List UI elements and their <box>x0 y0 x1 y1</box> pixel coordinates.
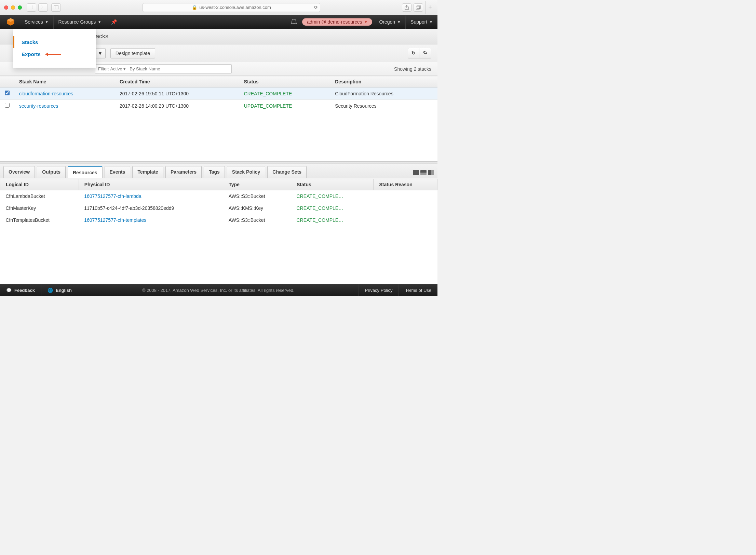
maximize-window[interactable] <box>18 5 22 10</box>
nav-services[interactable]: Services ▼ <box>20 15 54 29</box>
browser-chrome: 〈 〉 🔒 us-west-2.console.aws.amazon.com ⟳… <box>0 0 437 15</box>
sidebar-toggle[interactable] <box>51 3 61 12</box>
privacy-policy-link[interactable]: Privacy Policy <box>359 284 399 296</box>
annotation-arrow <box>46 54 61 55</box>
col-status-reason[interactable]: Status Reason <box>374 179 437 190</box>
pin-icon[interactable]: 📌 <box>106 19 122 25</box>
tab-outputs[interactable]: Outputs <box>37 166 66 178</box>
footer: 💬 Feedback 🌐 English © 2008 - 2017, Amaz… <box>0 284 437 296</box>
layout-full-icon[interactable] <box>413 170 419 175</box>
cell-created: 2017-02-26 14:00:29 UTC+1300 <box>115 100 239 112</box>
language-label: English <box>56 288 72 293</box>
cell-reason <box>374 214 437 226</box>
col-status[interactable]: Status <box>239 76 330 87</box>
tab-parameters[interactable]: Parameters <box>165 166 202 178</box>
tabs-button[interactable] <box>414 3 423 12</box>
tab-resources[interactable]: Resources <box>68 166 103 178</box>
svg-rect-4 <box>416 6 419 9</box>
col-logical-id[interactable]: Logical ID <box>0 179 79 190</box>
cell-reason <box>374 202 437 214</box>
cell-status: UPDATE_COMPLETE <box>239 100 330 112</box>
nav-resource-groups[interactable]: Resource Groups ▼ <box>54 15 107 29</box>
new-tab-button[interactable]: + <box>425 1 435 14</box>
globe-icon: 🌐 <box>48 288 53 293</box>
region-menu[interactable]: Oregon ▼ <box>374 15 406 29</box>
nav-resource-groups-label: Resource Groups <box>58 19 96 25</box>
stacks-table: Stack Name Created Time Status Descripti… <box>0 76 437 112</box>
lock-icon: 🔒 <box>192 5 197 10</box>
tab-overview[interactable]: Overview <box>3 166 35 178</box>
table-row[interactable]: cloudformation-resources 2017-02-26 19:5… <box>0 87 437 100</box>
resources-table: Logical ID Physical ID Type Status Statu… <box>0 179 437 226</box>
reload-icon[interactable]: ⟳ <box>314 5 318 10</box>
tab-stack-policy[interactable]: Stack Policy <box>227 166 266 178</box>
support-menu[interactable]: Support ▼ <box>406 15 437 29</box>
tab-tags[interactable]: Tags <box>204 166 225 178</box>
row-checkbox[interactable] <box>5 91 10 95</box>
table-row[interactable]: CfnLambdaBucket 160775127577-cfn-lambda … <box>0 190 437 202</box>
refresh-button[interactable]: ↻ <box>408 48 419 58</box>
tab-template[interactable]: Template <box>132 166 163 178</box>
dropdown-exports-label: Exports <box>22 51 41 57</box>
design-template-button[interactable]: Design template <box>110 48 155 58</box>
physical-id-link[interactable]: 160775127577-cfn-templates <box>84 217 146 223</box>
share-button[interactable] <box>402 3 411 12</box>
col-stack-name[interactable]: Stack Name <box>14 76 115 87</box>
chevron-down-icon: ▼ <box>45 20 49 24</box>
chevron-down-icon: ▼ <box>98 20 101 24</box>
layout-switcher[interactable] <box>413 170 434 178</box>
settings-button[interactable] <box>419 48 431 58</box>
url-text: us-west-2.console.aws.amazon.com <box>199 5 271 10</box>
actions-caret-button[interactable]: ▼ <box>95 48 106 58</box>
table-row[interactable]: security-resources 2017-02-26 14:00:29 U… <box>0 100 437 112</box>
table-row[interactable]: CfnTemplatesBucket 160775127577-cfn-temp… <box>0 214 437 226</box>
table-row[interactable]: CfnMasterKey 11710b57-c424-4df7-ab3d-203… <box>0 202 437 214</box>
col-type[interactable]: Type <box>223 179 291 190</box>
address-bar[interactable]: 🔒 us-west-2.console.aws.amazon.com ⟳ <box>143 3 320 12</box>
physical-id-text: 11710b57-c424-4df7-ab3d-20358820edd9 <box>84 205 174 211</box>
dropdown-stacks-label: Stacks <box>22 39 38 45</box>
dropdown-item-exports[interactable]: Exports <box>13 48 96 60</box>
cell-description: Security Resources <box>330 100 437 112</box>
row-checkbox[interactable] <box>5 103 10 108</box>
stack-name-link[interactable]: security-resources <box>19 103 58 109</box>
aws-top-nav: Services ▼ Resource Groups ▼ 📌 admin @ d… <box>0 15 437 29</box>
copyright: © 2008 - 2017, Amazon Web Services, Inc.… <box>78 288 359 293</box>
aws-logo-icon[interactable] <box>6 17 15 26</box>
cell-logical: CfnTemplatesBucket <box>0 214 79 226</box>
physical-id-link[interactable]: 160775127577-cfn-lambda <box>84 193 141 199</box>
cell-res-status: CREATE_COMPLE… <box>291 190 373 202</box>
col-res-status[interactable]: Status <box>291 179 373 190</box>
tab-change-sets[interactable]: Change Sets <box>267 166 307 178</box>
layout-split-v-icon[interactable] <box>428 170 434 175</box>
stack-filter-input[interactable] <box>95 64 232 73</box>
tab-events[interactable]: Events <box>105 166 131 178</box>
stack-name-link[interactable]: cloudformation-resources <box>19 91 73 96</box>
minimize-window[interactable] <box>11 5 15 10</box>
svg-rect-5 <box>417 5 420 9</box>
pane-splitter[interactable] <box>0 161 437 164</box>
back-button[interactable]: 〈 <box>27 3 36 12</box>
feedback-label: Feedback <box>14 288 35 293</box>
chevron-down-icon: ▼ <box>429 20 433 24</box>
forward-button[interactable]: 〉 <box>38 3 48 12</box>
close-window[interactable] <box>4 5 8 10</box>
cell-status: CREATE_COMPLETE <box>239 87 330 100</box>
feedback-link[interactable]: 💬 Feedback <box>0 284 41 296</box>
dropdown-item-stacks[interactable]: Stacks <box>13 36 96 48</box>
cell-res-status: CREATE_COMPLE… <box>291 214 373 226</box>
support-label: Support <box>410 19 427 25</box>
cell-logical: CfnMasterKey <box>0 202 79 214</box>
col-created-time[interactable]: Created Time <box>115 76 239 87</box>
account-menu[interactable]: admin @ demo-resources ▼ <box>302 18 372 26</box>
nav-services-label: Services <box>25 19 43 25</box>
layout-split-h-icon[interactable] <box>420 170 427 175</box>
notifications-icon[interactable] <box>286 18 302 26</box>
language-selector[interactable]: 🌐 English <box>41 284 78 296</box>
col-physical-id[interactable]: Physical ID <box>79 179 223 190</box>
col-description[interactable]: Description <box>330 76 437 87</box>
terms-of-use-link[interactable]: Terms of Use <box>399 284 437 296</box>
showing-count: Showing 2 stacks <box>394 66 431 72</box>
cell-description: CloudFormation Resources <box>330 87 437 100</box>
cell-type: AWS::KMS::Key <box>223 202 291 214</box>
